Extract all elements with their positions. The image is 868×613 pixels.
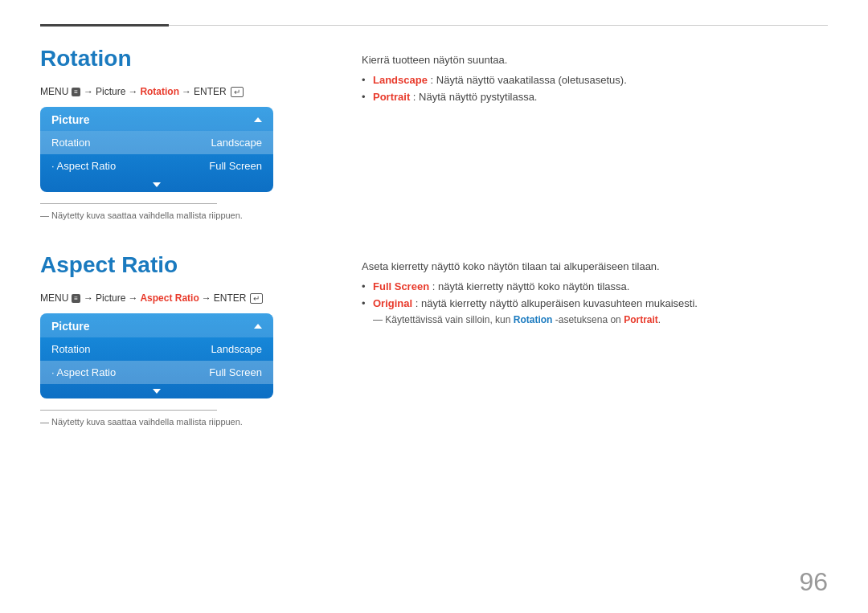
aspect-right: Aseta kierretty näyttö koko näytön tilaa… (362, 252, 828, 427)
arrow2: → (128, 86, 137, 97)
rotation-menu-path: MENU ≡ → Picture → Rotation → ENTER ↵ (40, 86, 330, 97)
rotation-right: Kierrä tuotteen näytön suuntaa. Landscap… (362, 46, 828, 220)
aspect-chevron-down-row (40, 384, 273, 398)
aspect-note-line: ― Käytettävissä vain silloin, kun Rotati… (362, 314, 828, 325)
enter-label: ENTER (194, 86, 227, 97)
aspect-bullet-fullscreen: Full Screen : näytä kierretty näyttö kok… (362, 280, 828, 292)
portrait-text: : Näytä näyttö pystytilassa. (413, 91, 538, 103)
aspect-left: Aspect Ratio MENU ≡ → Picture → Aspect R… (40, 252, 330, 427)
menu-label2: MENU (40, 292, 68, 304)
aspect-highlight: Aspect Ratio (140, 292, 199, 304)
rotation-section: Rotation MENU ≡ → Picture → Rotation → E… (40, 46, 828, 220)
picture-box-header: Picture (40, 107, 273, 131)
aspect-divider (40, 410, 217, 411)
aspect-chevron-down-icon (153, 389, 161, 394)
rotation-note: ― Näytetty kuva saattaa vaihdella mallis… (40, 210, 330, 220)
rotation-row-rotation[interactable]: Rotation Landscape (40, 131, 273, 154)
aspect-bullet-original: Original : näytä kierretty näyttö alkupe… (362, 297, 828, 309)
enter-icon: ↵ (231, 87, 244, 97)
fullscreen-text: : näytä kierretty näyttö koko näytön til… (432, 280, 630, 292)
rotation-title: Rotation (40, 46, 330, 72)
aspect-row-value: Full Screen (209, 160, 262, 172)
menu-icon: ≡ (72, 88, 80, 96)
rotation-picture-box: Picture Rotation Landscape · Aspect Rati… (40, 107, 273, 192)
menu-icon2: ≡ (72, 294, 80, 303)
rule-light (169, 25, 828, 26)
aspect-picture-box-header: Picture (40, 313, 273, 337)
aspect-aspect-value: Full Screen (209, 366, 262, 378)
rotation-divider (40, 203, 217, 204)
rotation-row-label: Rotation (51, 137, 90, 149)
picture-label2: Picture (96, 292, 125, 304)
enter-icon2: ↵ (250, 293, 263, 304)
rotation-row-aspect[interactable]: · Aspect Ratio Full Screen (40, 154, 273, 178)
portrait-term-red: Portrait (624, 314, 658, 325)
aspect-row-rotation[interactable]: Rotation Landscape (40, 337, 273, 361)
rotation-bullets: Landscape : Näytä näyttö vaakatilassa (o… (362, 74, 828, 103)
picture-label: Picture (96, 86, 125, 97)
arrow2b: → (128, 292, 137, 304)
top-rule-container (40, 24, 828, 27)
menu-label: MENU (40, 86, 68, 97)
rotation-bullet-portrait: Portrait : Näytä näyttö pystytilassa. (362, 91, 828, 103)
aspect-row-aspect[interactable]: · Aspect Ratio Full Screen (40, 361, 273, 384)
aspect-ratio-title: Aspect Ratio (40, 252, 330, 278)
aspect-box-title: Picture (51, 320, 89, 333)
rotation-term-blue: Rotation (514, 314, 553, 325)
rule-dark (40, 24, 169, 27)
picture-box-title: Picture (51, 113, 89, 126)
landscape-term: Landscape (373, 74, 428, 86)
chevron-up-icon (254, 117, 262, 122)
portrait-term: Portrait (373, 91, 410, 103)
fullscreen-term: Full Screen (373, 280, 429, 292)
aspect-rotation-value: Landscape (211, 343, 262, 355)
arrow1b: → (84, 292, 93, 304)
aspect-menu-path: MENU ≡ → Picture → Aspect Ratio → ENTER … (40, 292, 330, 304)
aspect-rotation-label: Rotation (51, 343, 90, 355)
original-text: : näytä kierretty näyttö alkuperäisen ku… (416, 297, 698, 309)
aspect-note: ― Näytetty kuva saattaa vaihdella mallis… (40, 417, 330, 427)
rotation-description: Kierrä tuotteen näytön suuntaa. (362, 54, 828, 66)
aspect-row-label: · Aspect Ratio (51, 160, 116, 172)
aspect-ratio-section: Aspect Ratio MENU ≡ → Picture → Aspect R… (40, 252, 828, 427)
rotation-bullet-landscape: Landscape : Näytä näyttö vaakatilassa (o… (362, 74, 828, 86)
aspect-chevron-up-icon (254, 324, 262, 329)
rotation-highlight: Rotation (140, 86, 179, 97)
chevron-down-icon (153, 182, 161, 187)
enter-label2: ENTER (214, 292, 247, 304)
aspect-description: Aseta kierretty näyttö koko näytön tilaa… (362, 260, 828, 272)
aspect-bullets: Full Screen : näytä kierretty näyttö kok… (362, 280, 828, 309)
arrow3: → (182, 86, 191, 97)
aspect-aspect-label: · Aspect Ratio (51, 366, 116, 378)
rotation-row-value: Landscape (211, 137, 262, 149)
original-term: Original (373, 297, 412, 309)
rotation-left: Rotation MENU ≡ → Picture → Rotation → E… (40, 46, 330, 220)
landscape-text: : Näytä näyttö vaakatilassa (oletusasetu… (431, 74, 627, 86)
chevron-down-row (40, 178, 273, 192)
arrow1: → (84, 86, 93, 97)
page-number: 96 (799, 567, 828, 597)
arrow3b: → (202, 292, 211, 304)
aspect-picture-box: Picture Rotation Landscape · Aspect Rati… (40, 313, 273, 398)
